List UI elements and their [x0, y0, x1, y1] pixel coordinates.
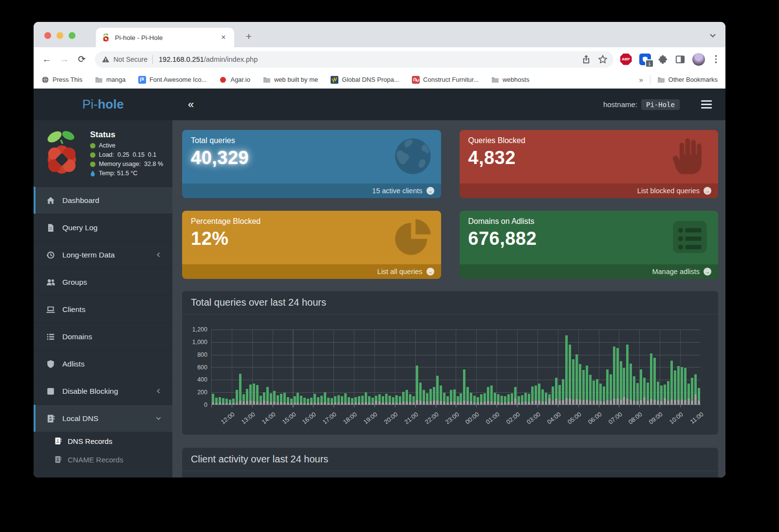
query-bar[interactable]	[684, 368, 686, 404]
query-bar[interactable]	[232, 399, 235, 404]
query-bar[interactable]	[535, 385, 537, 404]
query-bar[interactable]	[429, 389, 432, 404]
query-bar[interactable]	[392, 397, 394, 404]
query-bar[interactable]	[219, 397, 221, 404]
query-bar[interactable]	[596, 379, 598, 404]
query-bar[interactable]	[552, 386, 554, 404]
query-bar[interactable]	[501, 396, 503, 404]
side-panel-icon[interactable]	[675, 55, 685, 64]
query-bar[interactable]	[320, 396, 323, 404]
query-bar[interactable]	[225, 399, 228, 404]
query-bar[interactable]	[365, 392, 367, 404]
query-bar[interactable]	[490, 385, 493, 404]
query-bar[interactable]	[385, 394, 388, 404]
query-bar[interactable]	[541, 389, 544, 404]
query-bar[interactable]	[494, 393, 496, 404]
query-bar[interactable]	[249, 385, 252, 404]
query-bar[interactable]	[606, 369, 609, 404]
query-bar[interactable]	[504, 396, 506, 404]
card-footer-link[interactable]: Manage adlists→	[460, 264, 719, 279]
query-bar[interactable]	[647, 383, 649, 404]
query-bar[interactable]	[294, 396, 296, 404]
bookmarks-overflow-chevron[interactable]: »	[639, 75, 643, 84]
url-text[interactable]: 192.168.0.251/admin/index.php	[159, 55, 574, 63]
query-bar[interactable]	[440, 385, 442, 404]
query-bar[interactable]	[633, 376, 635, 404]
query-bar[interactable]	[691, 378, 693, 404]
query-bar[interactable]	[297, 393, 299, 405]
query-bar[interactable]	[344, 393, 347, 404]
query-bar[interactable]	[687, 384, 690, 404]
query-bar[interactable]	[273, 391, 276, 404]
query-bar[interactable]	[457, 396, 459, 404]
query-bar[interactable]	[263, 392, 265, 404]
query-bar[interactable]	[307, 399, 309, 404]
query-bar[interactable]	[616, 348, 619, 404]
sidebar-item-domains[interactable]: Domains	[34, 323, 172, 350]
other-bookmarks-button[interactable]: Other Bookmarks	[657, 76, 718, 84]
query-bar[interactable]	[610, 374, 612, 404]
forward-button[interactable]: →	[57, 52, 72, 67]
query-bar[interactable]	[555, 378, 557, 404]
query-bar[interactable]	[681, 367, 683, 404]
query-bar[interactable]	[579, 364, 581, 404]
query-bar[interactable]	[518, 396, 520, 404]
query-bar[interactable]	[698, 388, 700, 404]
query-bar[interactable]	[351, 398, 353, 404]
sidebar-item-cname-records[interactable]: CNAME Records	[34, 450, 172, 469]
card-footer-link[interactable]: 15 active clients→	[182, 183, 441, 198]
card-footer-link[interactable]: List all queries→	[182, 264, 441, 279]
sidebar-item-clients[interactable]: Clients	[34, 295, 172, 323]
query-bar[interactable]	[569, 345, 571, 404]
query-bar[interactable]	[538, 384, 540, 404]
bookmark-agar-io[interactable]: Agar.io	[219, 76, 250, 84]
bookmark-construct-furnitur[interactable]: Construct Furnitur...	[412, 76, 479, 84]
query-bar[interactable]	[589, 375, 592, 404]
query-bar[interactable]	[399, 396, 401, 404]
bookmark-press-this[interactable]: Press This	[41, 76, 82, 84]
query-bar[interactable]	[664, 385, 666, 404]
query-bar[interactable]	[660, 385, 663, 404]
query-bar[interactable]	[497, 394, 500, 404]
extensions-puzzle-icon[interactable]	[658, 55, 668, 64]
reload-button[interactable]: ⟳	[74, 52, 89, 67]
query-bar[interactable]	[613, 347, 615, 404]
query-bar[interactable]	[409, 394, 411, 404]
url-bar[interactable]: Not Secure 192.168.0.251/admin/index.php	[95, 51, 613, 68]
query-bar[interactable]	[436, 376, 439, 404]
query-bar[interactable]	[514, 387, 517, 404]
query-bar[interactable]	[640, 369, 642, 404]
query-bar[interactable]	[215, 398, 218, 404]
query-bar[interactable]	[657, 382, 659, 404]
query-bar[interactable]	[256, 385, 259, 404]
bookmark-manga[interactable]: manga	[95, 76, 126, 84]
query-bar[interactable]	[310, 398, 313, 404]
query-bar[interactable]	[260, 396, 262, 404]
query-bar[interactable]	[368, 396, 371, 404]
query-bar[interactable]	[361, 396, 364, 404]
close-tab-icon[interactable]: ×	[219, 33, 228, 42]
query-bar[interactable]	[593, 381, 595, 404]
query-bar[interactable]	[562, 379, 564, 404]
query-bar[interactable]	[531, 386, 534, 404]
query-bar[interactable]	[412, 396, 415, 404]
query-bar[interactable]	[582, 370, 585, 404]
query-bar[interactable]	[358, 396, 360, 404]
query-bar[interactable]	[575, 354, 578, 404]
query-bar[interactable]	[406, 390, 408, 404]
query-bar[interactable]	[242, 394, 245, 404]
query-bar[interactable]	[507, 394, 510, 404]
query-bar[interactable]	[317, 397, 319, 404]
query-bar[interactable]	[480, 394, 482, 404]
query-bar[interactable]	[521, 395, 523, 404]
query-bar[interactable]	[650, 353, 652, 404]
query-bar[interactable]	[630, 364, 632, 404]
query-bar[interactable]	[433, 387, 435, 404]
query-bar[interactable]	[375, 396, 377, 404]
sidebar-item-disable-blocking[interactable]: Disable Blocking	[34, 377, 172, 404]
query-bar[interactable]	[337, 395, 340, 404]
new-tab-button[interactable]: +	[242, 30, 256, 43]
query-bar[interactable]	[324, 392, 326, 404]
query-bar[interactable]	[524, 393, 527, 404]
query-bar[interactable]	[667, 381, 669, 404]
